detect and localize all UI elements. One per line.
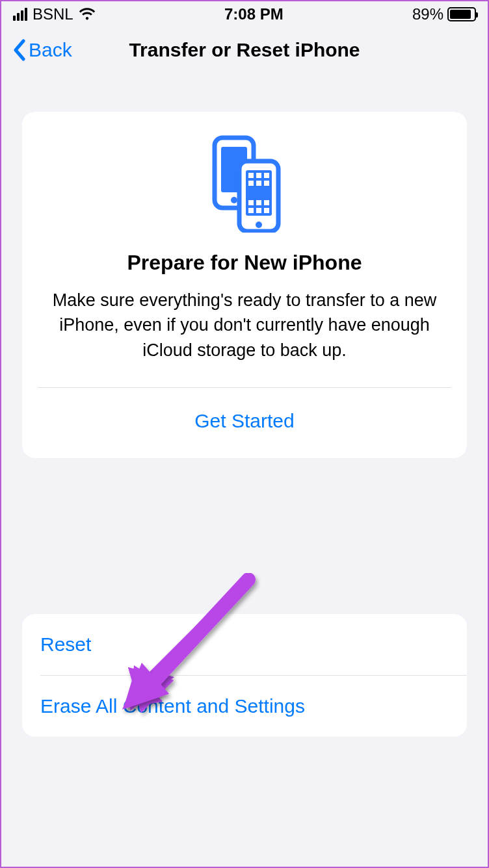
back-button[interactable]: Back [12, 39, 72, 61]
svg-rect-5 [248, 173, 254, 178]
carrier-label: BSNL [33, 5, 73, 23]
prepare-title: Prepare for New iPhone [22, 251, 467, 288]
status-bar: BSNL 7:08 PM 89% [1, 1, 488, 27]
svg-rect-9 [256, 181, 261, 186]
svg-rect-14 [248, 208, 254, 213]
battery-icon [447, 7, 476, 21]
prepare-card: Prepare for New iPhone Make sure everyth… [22, 112, 467, 458]
prepare-body: Make sure everything's ready to transfer… [22, 288, 467, 387]
svg-rect-11 [248, 200, 254, 205]
svg-rect-13 [264, 200, 269, 205]
reset-options-group: Reset Erase All Content and Settings [22, 614, 467, 737]
svg-rect-15 [256, 208, 261, 213]
status-right: 89% [412, 5, 476, 23]
content-area: Prepare for New iPhone Make sure everyth… [1, 73, 488, 737]
battery-percent: 89% [412, 5, 443, 23]
svg-point-2 [231, 197, 237, 203]
status-time: 7:08 PM [224, 5, 284, 23]
erase-all-button[interactable]: Erase All Content and Settings [22, 676, 467, 737]
back-label: Back [29, 39, 72, 61]
two-phones-icon [22, 135, 467, 233]
svg-rect-6 [256, 173, 261, 178]
cellular-signal-icon [13, 8, 27, 21]
wifi-icon [79, 8, 96, 21]
page-title: Transfer or Reset iPhone [1, 39, 488, 61]
svg-rect-7 [264, 173, 269, 178]
get-started-button[interactable]: Get Started [22, 388, 467, 458]
nav-bar: Back Transfer or Reset iPhone [1, 27, 488, 73]
svg-rect-8 [248, 181, 254, 186]
svg-rect-12 [256, 200, 261, 205]
svg-point-17 [256, 222, 262, 228]
chevron-left-icon [12, 39, 26, 61]
status-left: BSNL [13, 5, 96, 23]
svg-rect-10 [264, 181, 269, 186]
reset-button[interactable]: Reset [22, 614, 467, 675]
svg-rect-16 [264, 208, 269, 213]
